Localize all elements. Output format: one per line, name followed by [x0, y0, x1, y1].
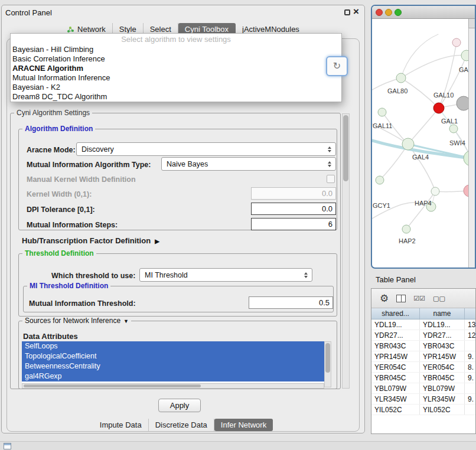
- table-row[interactable]: YBL079WYBL079W: [371, 383, 475, 394]
- network-node-swi4[interactable]: [464, 151, 468, 166]
- attributes-vscrollbar-thumb[interactable]: [325, 343, 330, 373]
- table-row[interactable]: YBR045CYBR045C9.: [371, 373, 475, 383]
- mi-steps-input[interactable]: [251, 218, 336, 230]
- minimize-traffic-light-icon[interactable]: [385, 9, 392, 16]
- dpi-tolerance-label: DPI Tolerance [0,1]:: [27, 206, 95, 214]
- unchecked-boxes-icon[interactable]: ▢▢: [433, 295, 445, 302]
- table-row[interactable]: YLR345WYLR345W9.: [371, 394, 475, 405]
- tab-impute-data[interactable]: Impute Data: [93, 419, 149, 431]
- chevron-right-icon: ▶: [155, 238, 159, 244]
- sources-group-title[interactable]: Sources for Network Inference▼: [22, 317, 131, 325]
- close-traffic-light-icon[interactable]: [376, 9, 383, 16]
- attribute-item-topologicalcoefficient[interactable]: TopologicalCoefficient: [22, 351, 324, 361]
- tab-infer-network[interactable]: Infer Network: [214, 419, 273, 431]
- aracne-mode-select[interactable]: Discovery: [76, 142, 336, 156]
- apply-button[interactable]: Apply: [158, 399, 201, 412]
- algorithm-option-basic-correlation-inference[interactable]: Basic Correlation Inference: [11, 54, 341, 64]
- aracne-mode-value: Discovery: [77, 145, 325, 154]
- settings-scrollbar[interactable]: [342, 113, 350, 389]
- table-cell: YDL19...: [371, 319, 420, 330]
- network-scrollbar[interactable]: [468, 19, 475, 268]
- close-icon[interactable]: ×: [353, 6, 359, 18]
- table-cell: YIL052C: [371, 405, 420, 415]
- table-cell: YBR045C: [420, 373, 465, 383]
- table-cell: 13: [465, 319, 475, 330]
- which-threshold-select[interactable]: MI Threshold: [139, 268, 312, 282]
- table-row[interactable]: YDL19...YDL19...13: [371, 319, 475, 330]
- network-node-right-pink[interactable]: [464, 185, 468, 197]
- hub-definition-toggle[interactable]: Hub/Transcription Factor Definition▶: [22, 236, 159, 245]
- combo-stepper-icon: [325, 161, 335, 167]
- float-window-icon[interactable]: [344, 9, 350, 15]
- table-cell: 8.: [465, 362, 475, 372]
- table-column-header[interactable]: [465, 308, 475, 319]
- table-cell: 9.: [465, 351, 475, 361]
- table-row[interactable]: YER054CYER054C8.: [371, 362, 475, 373]
- table-cell: YBR045C: [371, 373, 420, 383]
- hub-definition-label: Hub/Transcription Factor Definition: [22, 236, 151, 245]
- manual-kernel-checkbox[interactable]: [327, 175, 335, 183]
- network-node-top-pink[interactable]: [452, 38, 461, 47]
- attributes-hscrollbar[interactable]: [22, 383, 324, 389]
- kernel-width-label: Kernel Width (0,1):: [27, 190, 92, 198]
- table-cell: YDR27...: [371, 330, 420, 340]
- network-node-unnamed-gray[interactable]: [457, 96, 468, 110]
- data-attributes-list: SelfLoopsTopologicalCoefficientBetweenne…: [22, 341, 324, 383]
- table-row[interactable]: YDR27...YDR27...12: [371, 330, 475, 341]
- mi-threshold-input[interactable]: [249, 296, 333, 309]
- dpi-tolerance-input[interactable]: [251, 203, 336, 215]
- table-cell: 12: [465, 330, 475, 340]
- algorithm-option-dream8-dc-tdc-algorithm[interactable]: Dream8 DC_TDC Algorithm: [11, 92, 341, 102]
- network-node-label: GAL80: [387, 87, 407, 94]
- table-cell: YER054C: [420, 362, 465, 372]
- table-row[interactable]: YIL052CYIL052C: [371, 405, 475, 415]
- network-node-gal1[interactable]: [449, 125, 458, 133]
- algorithm-option-aracne-algorithm[interactable]: ARACNE Algorithm: [11, 64, 341, 73]
- minimized-window-icon[interactable]: [4, 443, 11, 449]
- algorithm-option-mutual-information-inference[interactable]: Mutual Information Inference: [11, 73, 341, 83]
- algorithm-option-bayesian-k2[interactable]: Bayesian - K2: [11, 83, 341, 92]
- table-cell: YBR043C: [371, 341, 420, 351]
- network-graph[interactable]: GAL7GAL80GAL10GAL11GAL1SWI4GAL4GCY1HAP4H…: [372, 19, 468, 269]
- network-node-gal11[interactable]: [378, 108, 386, 116]
- algorithm-definition-title: Algorithm Definition: [22, 125, 95, 133]
- algorithm-dropdown-list: Select algorithm to view settings Bayesi…: [10, 33, 342, 102]
- network-node-gal80[interactable]: [396, 73, 406, 83]
- mi-algorithm-type-select[interactable]: Naive Bayes: [161, 157, 336, 171]
- algorithm-option-bayesian-hill-climbing[interactable]: Bayesian - Hill Climbing: [11, 45, 341, 54]
- network-node-gal10[interactable]: [433, 103, 444, 113]
- network-node-label: HAP2: [399, 237, 416, 244]
- attributes-vscrollbar[interactable]: [324, 341, 331, 387]
- table-row[interactable]: YBR043CYBR043C: [371, 341, 475, 351]
- attributes-hscrollbar-thumb[interactable]: [24, 384, 201, 387]
- table-cell: YDR27...: [420, 330, 465, 340]
- gear-icon[interactable]: ⚙: [380, 294, 389, 304]
- checked-boxes-icon[interactable]: ☑☑: [413, 295, 425, 302]
- network-node-label: SWI4: [449, 139, 465, 146]
- combo-stepper-icon: [301, 272, 312, 278]
- attribute-item-betweennesscentrality[interactable]: BetweennessCentrality: [22, 361, 324, 371]
- tab-discretize-data[interactable]: Discretize Data: [149, 419, 214, 431]
- kernel-width-input[interactable]: [251, 187, 336, 200]
- table-column-header[interactable]: shared...: [371, 308, 420, 319]
- table-column-header[interactable]: name: [420, 308, 465, 319]
- settings-scrollbar-thumb[interactable]: [343, 115, 348, 181]
- sources-title-text: Sources for Network Inference: [25, 317, 120, 325]
- columns-icon[interactable]: [396, 295, 406, 302]
- refresh-algorithms-button[interactable]: ↻: [326, 56, 348, 76]
- table-cell: [465, 341, 475, 351]
- zoom-traffic-light-icon[interactable]: [395, 9, 402, 16]
- network-node-hap2[interactable]: [402, 225, 410, 233]
- aracne-mode-label: Aracne Mode:: [27, 146, 76, 154]
- network-scrollbar-button[interactable]: [468, 19, 475, 28]
- table-row[interactable]: YPR145WYPR145W9.: [371, 351, 475, 362]
- bottom-strip: [0, 441, 476, 450]
- attribute-item-gal4rgexp[interactable]: gal4RGexp: [22, 371, 324, 381]
- network-node-mid[interactable]: [431, 187, 439, 195]
- network-node-left-small[interactable]: [376, 176, 384, 184]
- network-node-label: HAP4: [415, 200, 432, 207]
- network-node-gal7[interactable]: [461, 50, 468, 61]
- table-header-row: shared...name: [371, 308, 475, 319]
- network-node-gal4[interactable]: [402, 138, 414, 150]
- attribute-item-selfloops[interactable]: SelfLoops: [22, 341, 324, 351]
